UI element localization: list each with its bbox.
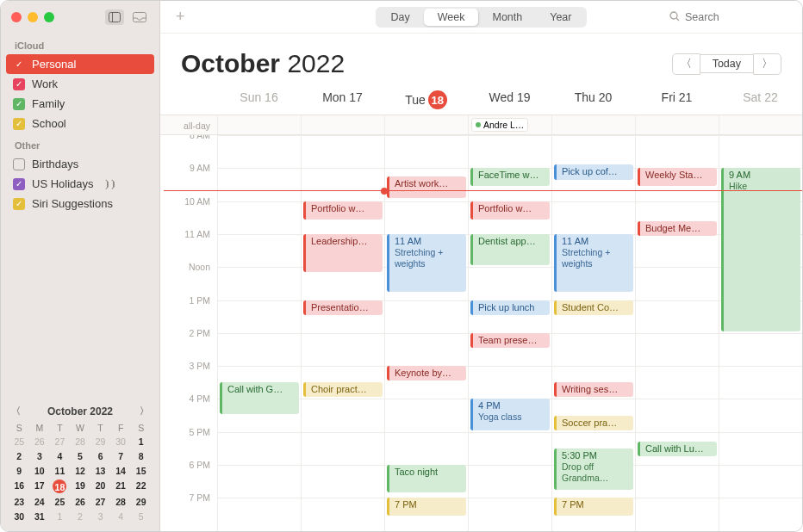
checkbox-icon[interactable]: ✓ bbox=[13, 118, 25, 130]
day-column[interactable]: FaceTime w…Portfolio w…Dentist app…Pick … bbox=[468, 135, 551, 531]
event[interactable]: 9 AMHike bbox=[721, 168, 800, 331]
calendar-list-item[interactable]: ✓Personal bbox=[6, 54, 154, 74]
mini-day[interactable]: 29 bbox=[90, 436, 110, 448]
event[interactable]: Choir pract… bbox=[303, 382, 383, 397]
mini-day[interactable]: 29 bbox=[131, 496, 151, 508]
mini-day[interactable]: 27 bbox=[50, 436, 70, 448]
mini-day[interactable]: 3 bbox=[90, 510, 110, 523]
calendar-list-item[interactable]: ✓US Holidays⦘⦘ bbox=[1, 174, 159, 194]
mini-day[interactable]: 25 bbox=[9, 436, 29, 448]
event[interactable]: Keynote by… bbox=[387, 366, 466, 380]
mini-day[interactable]: 27 bbox=[90, 496, 110, 508]
allday-cell[interactable] bbox=[635, 115, 719, 134]
today-button[interactable]: Today bbox=[700, 54, 753, 73]
mini-day[interactable]: 28 bbox=[111, 496, 131, 508]
event[interactable]: 5:30 PMDrop off Grandma… bbox=[554, 448, 633, 490]
allday-cell[interactable] bbox=[551, 115, 635, 134]
mini-day[interactable]: 11 bbox=[50, 465, 70, 477]
calendar-list-item[interactable]: ✓Family bbox=[1, 94, 159, 114]
mini-prev-icon[interactable]: 〈 bbox=[11, 405, 21, 418]
event[interactable]: FaceTime w… bbox=[470, 168, 550, 186]
event[interactable]: Team prese… bbox=[470, 333, 550, 348]
sidebar-toggle-icon[interactable] bbox=[105, 9, 124, 25]
event[interactable]: 11 AMStretching + weights bbox=[387, 234, 466, 292]
allday-cell[interactable] bbox=[217, 115, 301, 134]
event[interactable]: Pick up cof… bbox=[554, 164, 633, 179]
next-week-button[interactable]: 〉 bbox=[753, 53, 781, 75]
search-field[interactable] bbox=[663, 7, 792, 28]
event[interactable]: Weekly Sta… bbox=[638, 168, 717, 186]
mini-day[interactable]: 21 bbox=[111, 479, 131, 493]
day-header[interactable]: Sat 22 bbox=[719, 84, 802, 114]
mini-day[interactable]: 5 bbox=[131, 510, 151, 523]
mini-day[interactable]: 18 bbox=[53, 479, 66, 493]
day-column[interactable]: 9 AMHike bbox=[719, 135, 802, 531]
mini-day[interactable]: 13 bbox=[90, 465, 110, 477]
mini-day[interactable]: 30 bbox=[111, 436, 131, 448]
day-header[interactable]: Thu 20 bbox=[551, 84, 635, 114]
mini-next-icon[interactable]: 〉 bbox=[140, 405, 149, 418]
mini-day[interactable]: 15 bbox=[131, 465, 151, 477]
mini-day[interactable]: 17 bbox=[30, 479, 50, 493]
event[interactable]: Call with G… bbox=[220, 382, 299, 413]
day-header[interactable]: Tue18 bbox=[384, 84, 468, 114]
checkbox-icon[interactable]: ✓ bbox=[13, 59, 25, 71]
mini-day[interactable]: 28 bbox=[71, 436, 90, 448]
prev-week-button[interactable]: 〈 bbox=[672, 53, 700, 75]
search-input[interactable] bbox=[685, 11, 785, 23]
day-column[interactable]: Weekly Sta…Budget Me…Call with Lu… bbox=[635, 135, 719, 531]
allday-cell[interactable]: Andre L… bbox=[468, 115, 551, 134]
mini-day[interactable]: 23 bbox=[9, 496, 29, 508]
mini-day[interactable]: 2 bbox=[71, 510, 90, 523]
mini-day[interactable]: 25 bbox=[50, 496, 70, 508]
minimize-icon[interactable] bbox=[28, 12, 38, 22]
calendar-list-item[interactable]: ✓School bbox=[1, 114, 159, 133]
day-column[interactable]: Call with G… bbox=[217, 135, 301, 531]
mini-day[interactable]: 31 bbox=[30, 510, 50, 523]
event[interactable]: Portfolio w… bbox=[470, 201, 550, 220]
day-column[interactable]: Artist work…11 AMStretching + weightsKey… bbox=[384, 135, 468, 531]
mini-day[interactable]: 26 bbox=[71, 496, 90, 508]
checkbox-icon[interactable]: ✓ bbox=[13, 78, 25, 90]
allday-cell[interactable] bbox=[384, 115, 468, 134]
mini-day[interactable]: 6 bbox=[90, 450, 110, 462]
day-column[interactable]: Pick up cof…11 AMStretching + weightsStu… bbox=[551, 135, 635, 531]
day-column[interactable]: Portfolio w…Leadership…Presentatio…Choir… bbox=[301, 135, 384, 531]
event[interactable]: Taco night bbox=[387, 465, 466, 492]
event[interactable]: Leadership… bbox=[303, 234, 383, 272]
event[interactable]: Budget Me… bbox=[638, 221, 717, 236]
checkbox-icon[interactable]: ✓ bbox=[13, 98, 25, 110]
calendar-list-item[interactable]: ✓Siri Suggestions bbox=[1, 194, 159, 213]
mini-day[interactable]: 16 bbox=[9, 479, 29, 493]
mini-day[interactable]: 26 bbox=[30, 436, 50, 448]
calendar-list-item[interactable]: Birthdays bbox=[1, 154, 159, 174]
mini-day[interactable]: 22 bbox=[131, 479, 151, 493]
view-year[interactable]: Year bbox=[536, 9, 585, 26]
mini-day[interactable]: 4 bbox=[111, 510, 131, 523]
mini-day[interactable]: 20 bbox=[90, 479, 110, 493]
mini-day[interactable]: 4 bbox=[50, 450, 70, 462]
view-week[interactable]: Week bbox=[424, 9, 479, 26]
inbox-icon[interactable] bbox=[130, 9, 149, 25]
event[interactable]: Student Co… bbox=[554, 300, 633, 315]
view-day[interactable]: Day bbox=[377, 9, 424, 26]
event[interactable]: Presentatio… bbox=[303, 300, 383, 315]
checkbox-icon[interactable] bbox=[13, 158, 25, 170]
event[interactable]: Portfolio w… bbox=[303, 201, 383, 220]
event[interactable]: Artist work… bbox=[387, 176, 466, 198]
mini-day[interactable]: 24 bbox=[30, 496, 50, 508]
day-header[interactable]: Fri 21 bbox=[635, 84, 719, 114]
checkbox-icon[interactable]: ✓ bbox=[13, 178, 25, 190]
event[interactable]: Dentist app… bbox=[470, 234, 550, 265]
day-header[interactable]: Sun 16 bbox=[217, 84, 301, 114]
mini-day[interactable]: 1 bbox=[131, 436, 151, 448]
mini-day[interactable]: 2 bbox=[9, 450, 29, 462]
mini-day[interactable]: 9 bbox=[9, 465, 29, 477]
mini-day[interactable]: 30 bbox=[9, 510, 29, 523]
event[interactable]: Writing ses… bbox=[554, 382, 633, 397]
mini-day[interactable]: 1 bbox=[50, 510, 70, 523]
day-header[interactable]: Wed 19 bbox=[468, 84, 551, 114]
add-event-button[interactable]: + bbox=[171, 8, 190, 26]
mini-day[interactable]: 3 bbox=[30, 450, 50, 462]
event[interactable]: Call with Lu… bbox=[638, 442, 717, 456]
